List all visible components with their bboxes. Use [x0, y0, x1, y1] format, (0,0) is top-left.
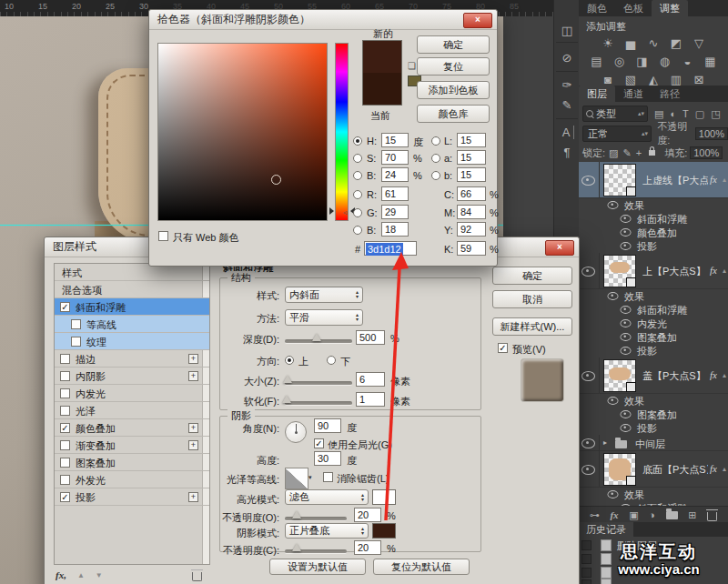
- filter-adjustment-layers-icon[interactable]: ◐: [670, 108, 676, 119]
- angle-dial[interactable]: [285, 421, 307, 443]
- expand-group-arrow[interactable]: ▸: [603, 438, 607, 447]
- eye-icon[interactable]: [608, 490, 619, 498]
- style-plus-box[interactable]: +: [188, 440, 198, 450]
- effect-row[interactable]: 内发光: [579, 317, 728, 330]
- color-libraries-button[interactable]: 颜色库: [417, 105, 490, 123]
- close-icon[interactable]: ×: [545, 240, 574, 256]
- depth-field[interactable]: 500: [356, 330, 385, 345]
- eye-icon[interactable]: [621, 424, 632, 432]
- collapse-effects-arrow[interactable]: ▴: [723, 465, 726, 473]
- brightness-contrast-icon[interactable]: ☀: [601, 36, 615, 50]
- layer-mask-icon[interactable]: ▣: [629, 510, 638, 520]
- m-field[interactable]: 84: [457, 205, 486, 219]
- brush-presets-panel-icon[interactable]: ✑: [554, 78, 580, 92]
- highlight-mode-dropdown[interactable]: 滤色: [285, 489, 369, 505]
- b-radio[interactable]: [353, 171, 362, 180]
- filter-shape-layers-icon[interactable]: ▢: [695, 108, 704, 120]
- collapse-effects-arrow[interactable]: ▴: [723, 371, 726, 379]
- style-plus-box[interactable]: +: [188, 371, 198, 381]
- filter-type-layers-icon[interactable]: T: [682, 108, 689, 119]
- r-radio[interactable]: [353, 190, 362, 199]
- photo-filter-icon[interactable]: ◍: [658, 55, 672, 68]
- k-field[interactable]: 59: [457, 241, 486, 256]
- size-field[interactable]: 6: [356, 372, 385, 387]
- set-default-button[interactable]: 设置为默认值: [269, 559, 366, 575]
- effect-row[interactable]: 斜面和浮雕: [579, 212, 728, 226]
- h-radio[interactable]: [353, 136, 362, 146]
- depth-slider[interactable]: [285, 339, 352, 344]
- highlight-opacity-field[interactable]: 20: [354, 508, 381, 522]
- layer-style-fx-icon[interactable]: fx: [610, 510, 618, 520]
- vibrance-icon[interactable]: ▽: [692, 36, 706, 50]
- hue-saturation-icon[interactable]: ▤: [590, 55, 604, 68]
- eye-icon[interactable]: [621, 347, 632, 355]
- effect-row[interactable]: 投影: [579, 421, 728, 435]
- highlight-opacity-slider[interactable]: [285, 517, 347, 521]
- tab-paths[interactable]: 路径: [652, 86, 688, 102]
- style-item-texture[interactable]: 纹理: [55, 333, 209, 350]
- delete-style-icon[interactable]: [192, 572, 202, 581]
- shadow-opacity-slider[interactable]: [285, 549, 347, 554]
- effects-header-row[interactable]: 效果: [579, 394, 728, 408]
- layer-thumbnail[interactable]: [603, 164, 636, 196]
- web-colors-only-checkbox[interactable]: [158, 231, 168, 241]
- histogram-panel-icon[interactable]: ⊘: [554, 51, 580, 65]
- eye-icon[interactable]: [608, 292, 619, 300]
- gradient-map-icon[interactable]: ▥: [669, 73, 683, 86]
- curves-icon[interactable]: ∿: [646, 36, 661, 50]
- fx-badge[interactable]: fx: [710, 265, 717, 276]
- lab-l-field[interactable]: 15: [457, 133, 486, 147]
- layer-name[interactable]: 上虚线【P大点...: [642, 174, 708, 187]
- preview-checkbox[interactable]: ✓: [498, 343, 508, 353]
- lab-a-field[interactable]: 15: [457, 150, 486, 165]
- direction-down-radio[interactable]: [327, 356, 336, 365]
- lock-transparent-pixels-icon[interactable]: ▨: [609, 147, 618, 159]
- global-light-checkbox[interactable]: ✓: [314, 438, 324, 448]
- gloss-contour-thumbnail[interactable]: [285, 468, 308, 489]
- soften-slider-thumb[interactable]: [282, 395, 291, 403]
- size-slider-thumb[interactable]: [283, 375, 292, 383]
- style-item-stroke[interactable]: 描边 +: [55, 350, 209, 368]
- style-item-inner-glow[interactable]: 内发光: [55, 385, 209, 402]
- shadow-color-swatch[interactable]: [372, 523, 396, 539]
- collapse-effects-arrow[interactable]: ▴: [723, 176, 726, 184]
- b-field[interactable]: 24: [381, 167, 409, 182]
- layer-row[interactable]: 上【P大点S】 fx ▴: [579, 253, 728, 289]
- style-checkbox[interactable]: ✓: [60, 492, 70, 502]
- eye-icon[interactable]: [608, 397, 619, 405]
- group-name[interactable]: 中间层: [635, 438, 665, 451]
- clone-source-panel-icon[interactable]: ◫: [554, 24, 580, 37]
- highlight-opacity-thumb[interactable]: [292, 510, 301, 519]
- effect-row[interactable]: 投影: [579, 239, 728, 253]
- s-radio[interactable]: [353, 154, 362, 163]
- eye-icon[interactable]: [621, 242, 632, 250]
- collapse-effects-arrow[interactable]: ▴: [723, 267, 726, 275]
- eye-icon[interactable]: [621, 333, 632, 341]
- history-row[interactable]: [579, 578, 728, 584]
- lab-a-radio[interactable]: [431, 154, 440, 163]
- styles-fx-menu[interactable]: fx,: [56, 569, 66, 580]
- style-checkbox[interactable]: [60, 406, 70, 416]
- threshold-icon[interactable]: ◭: [646, 73, 661, 86]
- posterize-icon[interactable]: ▧: [623, 73, 638, 86]
- link-layers-icon[interactable]: ⊶: [590, 510, 600, 520]
- reset-button[interactable]: 复位: [417, 57, 490, 76]
- tab-history[interactable]: 历史记录: [579, 522, 633, 537]
- ok-button[interactable]: 确定: [492, 267, 572, 285]
- new-group-icon[interactable]: [666, 511, 678, 519]
- lock-all-icon[interactable]: [649, 150, 655, 156]
- style-checkbox[interactable]: [60, 458, 70, 468]
- anti-alias-checkbox[interactable]: [323, 472, 333, 482]
- lock-image-pixels-icon[interactable]: ✎: [622, 147, 631, 159]
- color-field-marker[interactable]: [271, 175, 281, 185]
- ok-button[interactable]: 确定: [417, 35, 490, 54]
- effects-header-row[interactable]: 效果: [579, 198, 728, 212]
- visibility-toggle[interactable]: [579, 253, 600, 288]
- delete-layer-icon[interactable]: [707, 512, 717, 521]
- style-item-gradient-overlay[interactable]: 渐变叠加 +: [55, 437, 209, 454]
- fx-badge[interactable]: fx: [710, 369, 717, 380]
- b2-radio[interactable]: [353, 226, 362, 235]
- tab-layers[interactable]: 图层: [579, 86, 615, 102]
- effect-row[interactable]: 图案叠加: [579, 330, 728, 344]
- highlight-color-swatch[interactable]: [372, 489, 396, 505]
